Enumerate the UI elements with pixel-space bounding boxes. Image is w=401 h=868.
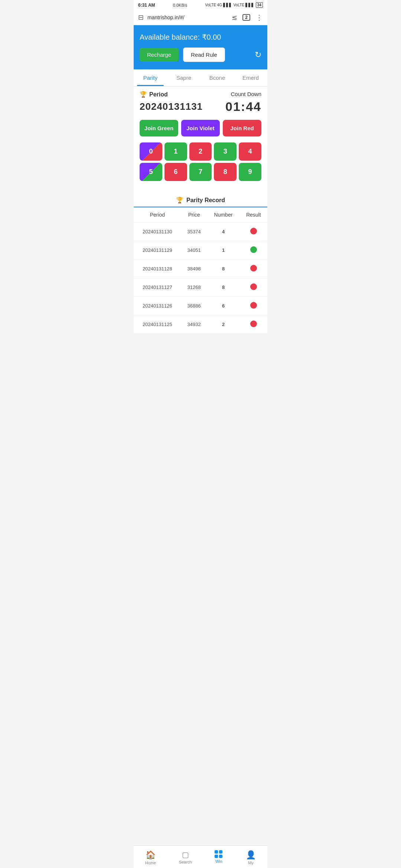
balance-actions: Recharge Read Rule ↻ [140, 47, 261, 62]
table-row: 20240131125 34932 2 [134, 315, 267, 334]
parity-record-title: Parity Record [186, 197, 225, 204]
col-result: Result [240, 207, 268, 223]
cell-result [240, 223, 268, 241]
cell-result [240, 260, 268, 278]
cell-period: 20240131128 [134, 260, 181, 278]
table-row: 20240131130 35374 4 [134, 223, 267, 241]
battery-indicator: 34 [256, 2, 263, 8]
cell-number: 2 [207, 315, 240, 334]
number-grid: 0 1 2 3 4 5 6 7 8 9 [140, 142, 261, 181]
number-button-9[interactable]: 9 [239, 163, 261, 181]
join-violet-button[interactable]: Join Violet [181, 120, 220, 137]
cell-number: 6 [207, 297, 240, 315]
record-trophy-icon: 🏆 [176, 197, 183, 204]
cell-period: 20240131130 [134, 223, 181, 241]
tab-sapre[interactable]: Sapre [167, 69, 200, 86]
cell-price: 34932 [181, 315, 207, 334]
balance-text: Available balance: ₹0.00 [140, 33, 261, 42]
number-button-6[interactable]: 6 [164, 163, 187, 181]
parity-record-header: 🏆 Parity Record [134, 191, 267, 207]
period-number: 20240131131 [140, 101, 203, 112]
countdown-label: Count Down [231, 91, 261, 97]
col-number: Number [207, 207, 240, 223]
status-time: 6:31 AM [138, 3, 155, 8]
cell-number: 8 [207, 278, 240, 297]
cell-number: 4 [207, 223, 240, 241]
cell-price: 34051 [181, 241, 207, 260]
tab-count[interactable]: 2 [242, 14, 250, 21]
cell-result [240, 278, 268, 297]
parity-record-table: Period Price Number Result 20240131130 3… [134, 207, 267, 334]
col-price: Price [181, 207, 207, 223]
cell-price: 35374 [181, 223, 207, 241]
recharge-button[interactable]: Recharge [140, 48, 179, 62]
join-green-button[interactable]: Join Green [140, 120, 178, 137]
join-red-button[interactable]: Join Red [223, 120, 261, 137]
game-tabs: Parity Sapre Bcone Emerd [134, 69, 267, 86]
countdown-time: 01:44 [225, 99, 261, 114]
number-button-8[interactable]: 8 [214, 163, 237, 181]
number-button-2[interactable]: 2 [189, 142, 212, 161]
number-button-7[interactable]: 7 [189, 163, 212, 181]
cell-number: 1 [207, 241, 240, 260]
menu-icon[interactable]: ⋮ [255, 13, 263, 22]
status-network: 0.0KB/s [173, 3, 188, 7]
cell-result [240, 315, 268, 334]
period-label: 🏆 Period [140, 91, 168, 98]
number-button-1[interactable]: 1 [164, 142, 187, 161]
browser-actions: ≲ 2 ⋮ [232, 13, 263, 22]
number-button-5[interactable]: 5 [140, 163, 162, 181]
tab-parity[interactable]: Parity [134, 69, 167, 86]
cell-number: 8 [207, 260, 240, 278]
share-icon[interactable]: ≲ [232, 13, 237, 22]
cell-period: 20240131127 [134, 278, 181, 297]
cell-period: 20240131129 [134, 241, 181, 260]
table-row: 20240131127 31268 8 [134, 278, 267, 297]
cell-period: 20240131125 [134, 315, 181, 334]
read-rule-button[interactable]: Read Rule [183, 47, 225, 62]
status-bar: 6:31 AM 0.0KB/s VoLTE 4G ▋▋▋ VoLTE ▋▋▋ 3… [134, 0, 267, 10]
number-button-4[interactable]: 4 [239, 142, 261, 161]
signal-icon-2: VoLTE ▋▋▋ [234, 3, 254, 7]
signal-icon: VoLTE 4G ▋▋▋ [205, 3, 232, 7]
refresh-icon[interactable]: ↻ [255, 50, 261, 60]
number-button-3[interactable]: 3 [214, 142, 237, 161]
table-row: 20240131129 34051 1 [134, 241, 267, 260]
cell-result [240, 297, 268, 315]
cell-result [240, 241, 268, 260]
cell-price: 36886 [181, 297, 207, 315]
status-icons: VoLTE 4G ▋▋▋ VoLTE ▋▋▋ 34 [205, 2, 263, 8]
table-row: 20240131128 38498 8 [134, 260, 267, 278]
cell-period: 20240131126 [134, 297, 181, 315]
trophy-icon: 🏆 [140, 91, 147, 98]
table-row: 20240131126 36886 6 [134, 297, 267, 315]
tab-bcone[interactable]: Bcone [200, 69, 234, 86]
browser-bar: ⊟ mantrishop.in/#/ ≲ 2 ⋮ [134, 10, 267, 25]
cell-price: 38498 [181, 260, 207, 278]
period-number-row: 20240131131 01:44 [140, 99, 261, 114]
url-display[interactable]: mantrishop.in/#/ [147, 14, 228, 20]
game-area: 🏆 Period Count Down 20240131131 01:44 Jo… [134, 86, 267, 191]
join-buttons-row: Join Green Join Violet Join Red [140, 120, 261, 137]
browser-tab-icon: ⊟ [138, 13, 144, 22]
period-header-row: 🏆 Period Count Down [140, 91, 261, 98]
balance-banner: Available balance: ₹0.00 Recharge Read R… [134, 25, 267, 69]
tab-emerd[interactable]: Emerd [234, 69, 267, 86]
number-button-0[interactable]: 0 [140, 142, 162, 161]
cell-price: 31268 [181, 278, 207, 297]
col-period: Period [134, 207, 181, 223]
